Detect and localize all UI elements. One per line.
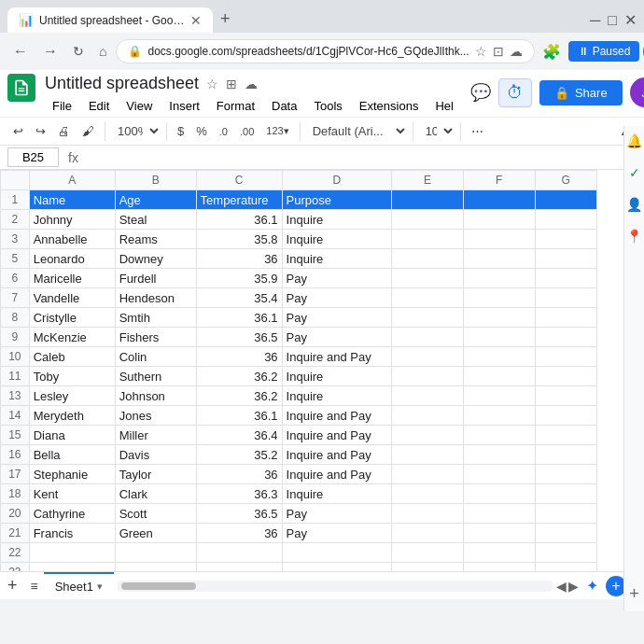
user-avatar[interactable]: J — [630, 77, 644, 107]
cell-C1[interactable]: Temperature — [196, 190, 282, 210]
cell-D2[interactable]: Inquire — [282, 210, 392, 230]
cell-D1[interactable]: Purpose — [282, 190, 392, 210]
cell-G5[interactable] — [535, 249, 597, 269]
cell-C11[interactable]: 36.2 — [196, 367, 282, 386]
cell-C20[interactable]: 36.5 — [196, 504, 282, 524]
sheet-list-button[interactable]: ≡ — [25, 579, 44, 594]
cell-A22[interactable] — [29, 543, 115, 563]
col-header-f[interactable]: F — [463, 171, 535, 190]
col-header-g[interactable]: G — [535, 171, 597, 190]
cell-B6[interactable]: Furdell — [115, 269, 196, 288]
close-button[interactable]: ✕ — [624, 11, 637, 29]
cell-A1[interactable]: Name — [29, 190, 115, 210]
cell-F22[interactable] — [463, 543, 535, 563]
cell-E10[interactable] — [392, 347, 464, 367]
cell-E20[interactable] — [392, 504, 464, 524]
col-header-e[interactable]: E — [392, 171, 464, 190]
cell-A8[interactable]: Cristylle — [29, 308, 115, 328]
menu-extensions[interactable]: Extensions — [352, 95, 427, 117]
cell-G2[interactable] — [535, 210, 597, 230]
cell-B15[interactable]: Miller — [115, 426, 196, 445]
map-pin-icon[interactable]: 📍 — [626, 229, 642, 244]
cell-B17[interactable]: Taylor — [115, 465, 196, 484]
cell-E17[interactable] — [392, 465, 464, 484]
cell-C2[interactable]: 36.1 — [196, 210, 282, 230]
format-123-button[interactable]: 123▾ — [260, 121, 294, 141]
checkmark-icon[interactable]: ✓ — [629, 165, 640, 180]
cell-G10[interactable] — [535, 347, 597, 367]
cell-F2[interactable] — [463, 210, 535, 230]
cell-G15[interactable] — [535, 426, 597, 445]
cell-A7[interactable]: Vandelle — [29, 288, 115, 308]
scroll-thumb-horizontal[interactable] — [121, 582, 196, 590]
refresh-button[interactable]: ↻ — [67, 38, 90, 64]
sheet-tab-sheet1[interactable]: Sheet1 ▾ — [44, 572, 114, 599]
cell-G22[interactable] — [535, 543, 597, 563]
cell-C13[interactable]: 36.2 — [196, 386, 282, 406]
menu-edit[interactable]: Edit — [81, 95, 117, 117]
cell-A20[interactable]: Cathyrine — [29, 504, 115, 524]
cell-F8[interactable] — [463, 308, 535, 328]
cell-C18[interactable]: 36.3 — [196, 484, 282, 504]
cell-A10[interactable]: Caleb — [29, 347, 115, 367]
scroll-right-button[interactable]: ▶ — [568, 579, 579, 594]
cell-E23[interactable] — [392, 563, 464, 572]
person-icon[interactable]: 👤 — [626, 197, 642, 212]
decimal-inc-button[interactable]: .00 — [234, 122, 259, 141]
share-button[interactable]: 🔒 Share — [539, 80, 623, 105]
cell-D13[interactable]: Inquire — [282, 386, 392, 406]
cell-C16[interactable]: 35.2 — [196, 445, 282, 465]
cell-A17[interactable]: Stephanie — [29, 465, 115, 484]
cell-G3[interactable] — [535, 230, 597, 249]
cell-reference-input[interactable] — [7, 147, 59, 167]
cell-E9[interactable] — [392, 328, 464, 347]
print-button[interactable]: 🖨 — [52, 120, 76, 142]
extensions-button[interactable]: 🧩 — [539, 38, 565, 64]
font-size-select[interactable]: 10 — [418, 121, 455, 141]
cell-A9[interactable]: McKenzie — [29, 328, 115, 347]
col-header-b[interactable]: B — [115, 171, 196, 190]
cell-F11[interactable] — [463, 367, 535, 386]
cell-G8[interactable] — [535, 308, 597, 328]
tab-close-button[interactable]: ✕ — [190, 14, 202, 27]
cell-B20[interactable]: Scott — [115, 504, 196, 524]
comments-button[interactable]: 💬 — [470, 82, 491, 103]
cell-D17[interactable]: Inquire and Pay — [282, 465, 392, 484]
cell-F21[interactable] — [463, 524, 535, 543]
cell-G20[interactable] — [535, 504, 597, 524]
col-header-a[interactable]: A — [29, 171, 115, 190]
cell-D10[interactable]: Inquire and Pay — [282, 347, 392, 367]
cell-D15[interactable]: Inquire and Pay — [282, 426, 392, 445]
cell-D21[interactable]: Pay — [282, 524, 392, 543]
cell-D6[interactable]: Pay — [282, 269, 392, 288]
sheet-tab-dropdown-icon[interactable]: ▾ — [97, 581, 103, 593]
cell-F14[interactable] — [463, 406, 535, 426]
cell-C6[interactable]: 35.9 — [196, 269, 282, 288]
cell-B10[interactable]: Colin — [115, 347, 196, 367]
formula-input[interactable] — [88, 148, 637, 166]
active-tab[interactable]: 📊 Untitled spreadsheet - Google S... ✕ — [7, 7, 213, 33]
cell-C22[interactable] — [196, 543, 282, 563]
cell-C17[interactable]: 36 — [196, 465, 282, 484]
cell-A18[interactable]: Kent — [29, 484, 115, 504]
cell-D7[interactable]: Pay — [282, 288, 392, 308]
cell-E5[interactable] — [392, 249, 464, 269]
cell-G9[interactable] — [535, 328, 597, 347]
cell-B8[interactable]: Smtih — [115, 308, 196, 328]
history-button[interactable]: ⏱ — [498, 78, 532, 107]
notification-icon[interactable]: 🔔 — [626, 133, 642, 148]
cell-B11[interactable]: Suthern — [115, 367, 196, 386]
cell-B16[interactable]: Davis — [115, 445, 196, 465]
cell-G7[interactable] — [535, 288, 597, 308]
minimize-button[interactable]: ─ — [590, 12, 600, 29]
maximize-button[interactable]: □ — [608, 12, 617, 29]
cell-G11[interactable] — [535, 367, 597, 386]
cell-C15[interactable]: 36.4 — [196, 426, 282, 445]
cell-C5[interactable]: 36 — [196, 249, 282, 269]
cell-E8[interactable] — [392, 308, 464, 328]
cell-F3[interactable] — [463, 230, 535, 249]
cell-B13[interactable]: Johnson — [115, 386, 196, 406]
url-bar[interactable]: 🔒 docs.google.com/spreadsheets/d/1CgjPlV… — [116, 39, 534, 63]
cell-E3[interactable] — [392, 230, 464, 249]
cell-B22[interactable] — [115, 543, 196, 563]
